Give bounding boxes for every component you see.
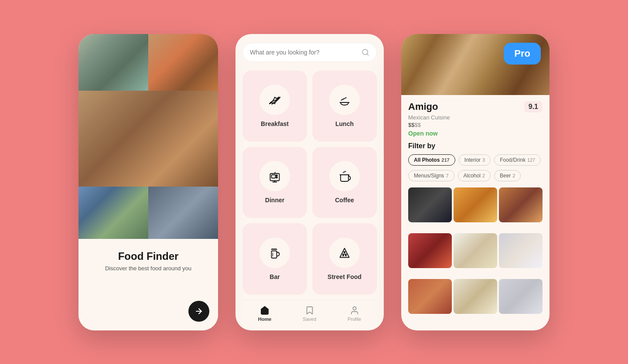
restaurant-header: Amigo 9.1 [408,101,543,112]
filter-alcohol[interactable]: Alcohol 2 [458,170,491,181]
filter-menus-signs-count: 7 [446,173,448,178]
filter-food-drink-count: 127 [527,157,535,163]
category-bar[interactable]: Bar [242,223,307,294]
coffee-label: Coffee [335,197,354,204]
photo-thumb-1[interactable] [408,187,452,222]
svg-point-17 [353,306,356,310]
coffee-machine-icon [267,168,283,184]
app-intro: Food Finder Discover the best food aroun… [78,243,218,330]
photo-thumb-6[interactable] [499,233,543,268]
photo-thumb-8[interactable] [454,279,497,314]
home-icon [260,306,270,315]
filter-tags: All Photos 217 Interior 3 Food/Drink 127 [408,154,543,166]
coffee-icon-circle [329,161,360,191]
photo-thumb-2[interactable] [454,187,497,222]
filter-alcohol-label: Alcohol [464,173,481,179]
filter-beer-count: 2 [512,173,515,178]
restaurant-detail-screen: Amigo 9.1 Mexican Cuisine $$$$ Open now … [401,34,550,330]
food-finder-screen: Food Finder Discover the best food aroun… [78,34,218,330]
cuisine-type: Mexican Cuisine [408,114,543,121]
breakfast-icon-circle [259,85,290,115]
street-food-icon-circle [329,238,360,268]
bottom-navigation: Home Saved Profile [242,300,377,330]
filter-section: Filter by All Photos 217 Interior 3 Food… [401,142,550,186]
extra-photo [148,187,218,239]
category-dinner[interactable]: Dinner [242,147,307,218]
filter-food-drink[interactable]: Food/Drink 127 [494,154,541,166]
svg-point-15 [343,255,344,256]
photo-thumb-9[interactable] [499,279,543,314]
restaurant-info: Amigo 9.1 Mexican Cuisine $$$$ Open now [401,95,550,142]
nav-saved[interactable]: Saved [303,306,316,322]
price-range: $$$$ [408,122,543,128]
svg-line-2 [367,54,368,55]
filter-all-photos-count: 217 [441,157,449,163]
filter-title: Filter by [408,142,543,150]
rating-badge: 9.1 [524,101,543,112]
photo-thumb-4[interactable] [408,233,452,268]
filter-alcohol-count: 2 [482,173,485,178]
lunch-label: Lunch [335,120,354,127]
filter-food-drink-label: Food/Drink [500,157,526,163]
filter-tags-row2: Menus/Signs 7 Alcohol 2 Beer 2 [408,170,543,181]
filter-interior-count: 3 [482,157,485,163]
next-button[interactable] [188,301,209,322]
arrow-right-icon [195,307,203,316]
bar-label: Bar [270,273,280,280]
nav-profile[interactable]: Profile [348,306,361,322]
outdoor-photo [78,34,148,91]
steam-bowl-icon [337,92,352,108]
search-icon [362,48,369,56]
food-photo [78,91,218,187]
app-subtitle: Discover the best food around you [87,265,209,272]
filter-beer[interactable]: Beer 2 [494,170,521,181]
price-inactive: $$ [414,122,420,128]
category-street-food[interactable]: Street Food [312,223,377,294]
bookmark-icon [305,306,314,315]
filter-interior-label: Interior [464,157,481,163]
pizza-photo [148,34,218,91]
beer-icon [267,245,283,261]
category-search-screen: Breakfast Lunch [236,34,384,330]
nav-saved-label: Saved [303,316,316,322]
nav-profile-label: Profile [348,316,361,322]
breakfast-photo [78,187,148,239]
svg-point-10 [276,177,277,178]
filter-all-photos-label: All Photos [414,157,440,163]
nav-home[interactable]: Home [258,306,272,322]
croissant-icon [267,92,283,108]
pizza-slice-icon [337,245,352,261]
svg-rect-12 [272,251,277,258]
app-title: Food Finder [87,250,209,262]
photo-grid [401,186,550,330]
photo-thumb-5[interactable] [454,233,497,268]
photo-thumb-3[interactable] [499,187,543,222]
lunch-icon-circle [329,85,360,115]
filter-menus-signs[interactable]: Menus/Signs 7 [408,170,454,181]
street-food-label: Street Food [328,273,362,280]
category-lunch[interactable]: Lunch [312,71,377,142]
open-status: Open now [408,130,543,137]
price-active: $$ [408,122,414,128]
dinner-label: Dinner [265,197,284,204]
pro-badge: Pro [504,43,541,65]
nav-home-label: Home [258,316,272,322]
filter-menus-signs-label: Menus/Signs [414,173,444,179]
breakfast-label: Breakfast [261,120,289,127]
svg-point-14 [344,252,345,253]
photo-thumb-7[interactable] [408,279,452,314]
category-grid: Breakfast Lunch [242,71,377,295]
filter-interior[interactable]: Interior 3 [459,154,491,166]
restaurant-screen-wrapper: Pro Amigo 9.1 Mexican Cuisine $$$$ Open … [401,34,550,330]
category-coffee[interactable]: Coffee [312,147,377,218]
photo-collage [78,34,218,243]
user-icon [350,306,359,315]
dinner-icon-circle [259,161,290,191]
bar-icon-circle [259,238,290,268]
restaurant-name: Amigo [408,101,438,112]
search-input[interactable] [250,49,358,56]
category-breakfast[interactable]: Breakfast [242,71,307,142]
search-bar[interactable] [242,43,377,62]
filter-all-photos[interactable]: All Photos 217 [408,154,455,166]
svg-rect-6 [272,175,276,178]
